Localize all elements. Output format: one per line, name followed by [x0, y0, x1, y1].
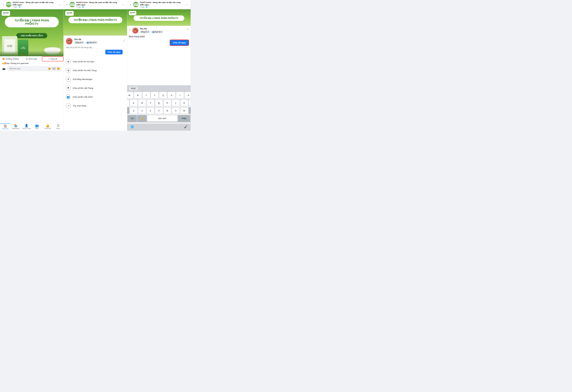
keyboard-bottom-bar: 🌐 🎤	[127, 123, 191, 131]
key-u[interactable]: u	[168, 92, 175, 98]
back-button-1[interactable]: ‹	[2, 2, 5, 7]
share-now-button[interactable]: Chia sẻ ngay	[105, 50, 123, 54]
emoji-icon[interactable]: 😊	[57, 67, 60, 70]
key-m[interactable]: m	[180, 107, 188, 114]
menu-icon: ☰	[57, 124, 60, 127]
globe-icon[interactable]: 🌐	[129, 124, 135, 130]
key-backspace[interactable]: ⌫	[189, 107, 191, 114]
key-n[interactable]: n	[172, 107, 180, 114]
keyboard-row-2: a s d f g h j k l	[127, 99, 191, 106]
home-label: Trang chủ	[2, 128, 8, 130]
camera-icon[interactable]: 📷	[2, 66, 6, 71]
key-s[interactable]: s	[130, 100, 138, 106]
key-j[interactable]: j	[172, 100, 180, 106]
marketplace-icon: 🏪	[14, 124, 18, 127]
key-a[interactable]: a	[127, 100, 129, 106]
more-button-3[interactable]: ···	[184, 2, 189, 7]
binh-luan-button[interactable]: 💬 Bình luận	[21, 57, 42, 61]
share-popup-header: 👩 Thu Hà Bảng tin ▾ 👥 Bạn bè ▾ ⤢	[64, 36, 127, 45]
compose-back-button[interactable]: ‹	[129, 28, 131, 32]
audience-selector[interactable]: 👥 Bạn bè ▾	[85, 41, 97, 44]
key-k[interactable]: k	[180, 100, 188, 106]
chia-se-button[interactable]: ↗ Chia sẻ	[42, 57, 64, 61]
group-icon: 👥	[66, 94, 71, 99]
compose-avatar: 👩	[132, 28, 138, 33]
more-button-1[interactable]: ···	[57, 2, 62, 7]
key-d[interactable]: d	[138, 100, 146, 106]
share-option-label-4: Chia sẻ lên một nhóm	[73, 96, 93, 98]
nav-profile[interactable]: 👤 Trang cá nhân	[21, 123, 32, 130]
share-username: Thu Hà	[74, 38, 121, 41]
feed-selector[interactable]: Bảng tin ▾	[74, 41, 84, 44]
key-g[interactable]: g	[155, 100, 163, 106]
page-info-3: OCOP Center - Nông sản sạch và đặc sản v…	[140, 1, 183, 8]
gif-icon[interactable]: GIF	[52, 68, 56, 70]
thuong-thuong-button[interactable]: 🥰 Thương thương	[0, 57, 21, 61]
share-options-list: ⊕ Chia sẻ lên tin của bạn ⊕ Chia sẻ lên …	[64, 57, 127, 110]
compose-audience-selector[interactable]: 👥 Bạn bè ▾	[151, 30, 163, 33]
notifications-icon: 🔔	[46, 124, 49, 127]
keyboard-suggestion[interactable]: "thôiii"	[129, 87, 138, 90]
field-bottom	[0, 51, 64, 56]
key-x[interactable]: x	[138, 107, 146, 114]
share-avatar: 👩	[66, 38, 72, 45]
back-button-3[interactable]: ‹	[129, 2, 132, 7]
banner-title-text: TUYỂN ĐẠI LÝ/NHÀ PHÂN PHỐI/CTV	[9, 19, 55, 25]
key-123[interactable]: 123	[128, 115, 137, 121]
share-option-0[interactable]: ⊕ Chia sẻ lên tin của bạn	[64, 57, 127, 66]
panel-3: ‹ OCOPcenter OCOP Center - Nông sản sạch…	[127, 0, 191, 131]
compose-feed-selector[interactable]: Bảng tin ▾	[140, 30, 150, 33]
post-image-2: OCOP center TUYỂN ĐẠI LÝ/NHÀ PHÂN PHỐI/C…	[64, 9, 127, 35]
key-o[interactable]: o	[185, 92, 191, 98]
key-y[interactable]: y	[159, 92, 167, 98]
ocop-badge-3: OCOP center	[129, 11, 136, 15]
nav-notifications[interactable]: 🔔 Thông báo	[42, 123, 53, 130]
more-button-2[interactable]: ···	[121, 2, 125, 7]
friends-label: Bạn bè	[89, 42, 95, 44]
nav-home[interactable]: 🏠 Trang chủ	[0, 123, 11, 130]
key-l[interactable]: l	[189, 100, 191, 106]
key-r[interactable]: r	[142, 92, 150, 98]
key-z[interactable]: z	[130, 107, 138, 114]
compose-text[interactable]: Mua hàng thôiii	[129, 35, 189, 40]
key-shift[interactable]: ⇧	[127, 107, 129, 114]
key-emoji[interactable]: 😊	[137, 115, 146, 121]
compose-feed-label: Bảng tin	[141, 31, 147, 33]
nav-groups[interactable]: 👥 Nhóm	[32, 123, 42, 130]
share-option-1[interactable]: ⊕ Chia sẻ lên Tin trên Trang	[64, 66, 127, 75]
mic-icon[interactable]: 🎤	[183, 124, 188, 130]
key-enter[interactable]: Nhập	[178, 115, 190, 121]
share-option-4[interactable]: 👥 Chia sẻ lên một nhóm	[64, 92, 127, 101]
key-e[interactable]: e	[134, 92, 142, 98]
share-option-label-1: Chia sẻ lên Tin trên Trang	[73, 69, 96, 72]
key-b[interactable]: b	[163, 107, 171, 114]
post-meta-1: 3 ngày · 🌐	[13, 6, 56, 8]
sticker-icon[interactable]: 🐱	[48, 67, 51, 70]
compose-share-now-button[interactable]: Chia sẻ ngay	[170, 40, 189, 45]
ocop-logo-1: OCOP center	[6, 2, 12, 7]
share-option-2[interactable]: ✈ Gửi bằng Messenger	[64, 75, 127, 84]
key-i[interactable]: i	[176, 92, 184, 98]
key-t[interactable]: t	[151, 92, 159, 98]
action-buttons-1: 🥰 Thương thương 💬 Bình luận ↗ Chia sẻ	[0, 56, 64, 62]
product-area: GẠOKHẨUNÚA LẾCH KHẨUNÚA LẾCH	[0, 35, 64, 56]
share-option-label-3: Chia sẻ lên một Trang	[73, 87, 93, 89]
key-space[interactable]: dấu cách	[147, 115, 177, 121]
key-v[interactable]: v	[155, 107, 163, 114]
key-f[interactable]: f	[147, 100, 154, 106]
post-header-3: ‹ OCOPcenter OCOP Center - Nông sản sạch…	[127, 0, 191, 9]
nav-menu[interactable]: ☰ Menu	[53, 123, 64, 130]
comment-input-box[interactable]: Viết bình luận... 🐱 GIF 😊	[7, 66, 62, 71]
nav-marketplace[interactable]: 🏪 Marketplace	[11, 123, 21, 130]
page-icon: ⚑	[66, 86, 71, 90]
key-c[interactable]: c	[147, 107, 154, 114]
share-option-3[interactable]: ⚑ Chia sẻ lên một Trang	[64, 84, 127, 92]
back-button-2[interactable]: ‹	[65, 2, 68, 7]
share-option-5[interactable]: ↗ Tùy chọn khác...	[64, 101, 127, 110]
banner-pill-2: TUYỂN ĐẠI LÝ/NHÀ PHÂN PHỐI/CTV	[68, 17, 122, 23]
expand-icon[interactable]: ⤢	[123, 40, 125, 42]
key-w[interactable]: w	[127, 92, 133, 98]
compose-expand-icon[interactable]: ⤢	[187, 28, 189, 30]
key-h[interactable]: h	[163, 100, 171, 106]
binh-luan-label: Bình luận	[29, 58, 37, 60]
